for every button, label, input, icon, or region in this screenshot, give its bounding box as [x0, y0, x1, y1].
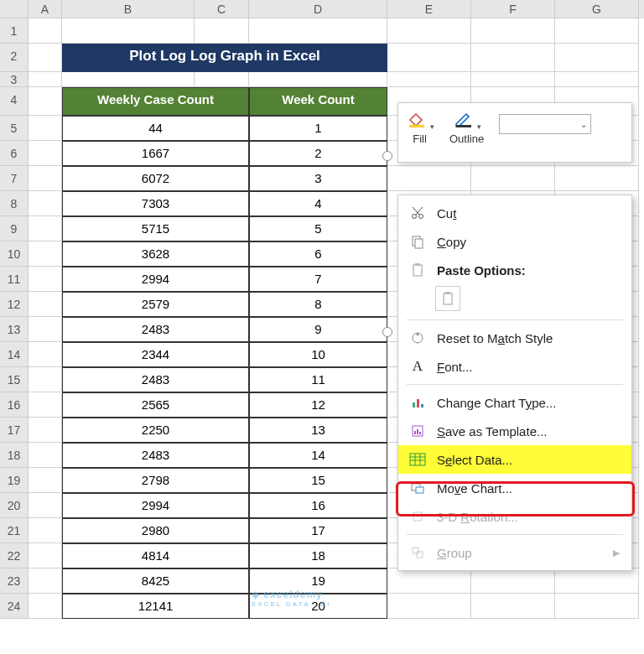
data-cell[interactable]: 2483 — [62, 367, 249, 392]
row-header[interactable]: 1 — [0, 18, 29, 44]
data-cell[interactable]: 2798 — [62, 468, 249, 493]
svg-rect-15 — [414, 431, 416, 434]
context-menu: Cut Copy Paste Options: Reset to Match S… — [397, 195, 632, 571]
row-header[interactable]: 10 — [0, 241, 29, 267]
chart-handle[interactable] — [382, 327, 392, 337]
col-B[interactable]: B — [62, 0, 195, 18]
data-cell[interactable]: 2994 — [62, 493, 249, 518]
data-cell[interactable]: 7 — [249, 267, 387, 292]
menu-font[interactable]: A Font... — [398, 352, 631, 381]
row-header[interactable]: 6 — [0, 141, 29, 166]
menu-3d-rotation: 3-D Rotation... — [398, 502, 631, 531]
style-combo[interactable]: ⌄ — [499, 114, 591, 134]
paste-option[interactable] — [435, 286, 460, 311]
data-cell[interactable]: 2483 — [62, 317, 249, 342]
data-cell[interactable]: 15 — [249, 468, 387, 493]
row-header[interactable]: 19 — [0, 468, 29, 493]
col-F[interactable]: F — [471, 0, 555, 18]
row-header[interactable]: 15 — [0, 367, 29, 392]
menu-select-data[interactable]: Select Data... — [398, 445, 631, 474]
data-cell[interactable]: 2344 — [62, 342, 249, 367]
fill-button[interactable]: ▾ Fill — [405, 107, 434, 145]
data-cell[interactable]: 5715 — [62, 216, 249, 241]
data-cell[interactable]: 5 — [249, 216, 387, 241]
data-cell[interactable]: 8 — [249, 292, 387, 317]
svg-rect-7 — [415, 263, 420, 266]
row-header[interactable]: 11 — [0, 267, 29, 292]
data-cell[interactable]: 3628 — [62, 241, 249, 267]
row-header[interactable]: 3 — [0, 72, 29, 87]
col-A[interactable]: A — [29, 0, 62, 18]
chart-handle[interactable] — [382, 151, 392, 161]
data-cell[interactable]: 3 — [249, 166, 387, 191]
menu-save-template[interactable]: Save as Template... — [398, 417, 631, 445]
row-header[interactable]: 14 — [0, 342, 29, 367]
row-header[interactable]: 21 — [0, 518, 29, 543]
row-header[interactable]: 8 — [0, 191, 29, 216]
data-cell[interactable]: 1667 — [62, 141, 249, 166]
row-header[interactable]: 18 — [0, 443, 29, 468]
data-cell[interactable]: 18 — [249, 543, 387, 568]
data-cell[interactable]: 6 — [249, 241, 387, 267]
header-week[interactable]: Week Count — [249, 87, 387, 116]
data-cell[interactable]: 8425 — [62, 568, 249, 594]
menu-separator — [407, 534, 623, 535]
menu-change-chart-type[interactable]: Change Chart Type... — [398, 388, 631, 417]
outline-button[interactable]: ▾ Outline — [449, 107, 484, 145]
data-cell[interactable]: 19 — [249, 568, 387, 594]
menu-separator — [407, 384, 623, 385]
data-cell[interactable]: 9 — [249, 317, 387, 342]
data-cell[interactable]: 14 — [249, 443, 387, 468]
row-header[interactable]: 12 — [0, 292, 29, 317]
data-cell[interactable]: 2994 — [62, 267, 249, 292]
data-cell[interactable]: 13 — [249, 418, 387, 443]
data-cell[interactable]: 4 — [249, 191, 387, 216]
row-header[interactable]: 9 — [0, 216, 29, 241]
data-cell[interactable]: 2250 — [62, 418, 249, 443]
data-cell[interactable]: 12 — [249, 392, 387, 418]
data-cell[interactable]: 4814 — [62, 543, 249, 568]
data-cell[interactable]: 17 — [249, 518, 387, 543]
data-cell[interactable]: 12141 — [62, 594, 249, 619]
col-E[interactable]: E — [387, 0, 471, 18]
row-header[interactable]: 2 — [0, 44, 29, 72]
row-header[interactable]: 22 — [0, 543, 29, 568]
row-header[interactable]: 23 — [0, 568, 29, 594]
col-D[interactable]: D — [249, 0, 387, 18]
data-cell[interactable]: 2565 — [62, 392, 249, 418]
data-cell[interactable]: 10 — [249, 342, 387, 367]
data-cell[interactable]: 16 — [249, 493, 387, 518]
data-cell[interactable]: 6072 — [62, 166, 249, 191]
menu-group: Group ▶ — [398, 538, 631, 567]
data-cell[interactable]: 44 — [62, 116, 249, 141]
data-cell[interactable]: 2 — [249, 141, 387, 166]
select-all-corner[interactable] — [0, 0, 29, 18]
col-C[interactable]: C — [195, 0, 249, 18]
menu-copy[interactable]: Copy — [398, 227, 631, 256]
col-G[interactable]: G — [555, 0, 639, 18]
row-header[interactable]: 20 — [0, 493, 29, 518]
row-header[interactable]: 24 — [0, 594, 29, 619]
menu-cut[interactable]: Cut — [398, 199, 631, 227]
data-cell[interactable]: 7303 — [62, 191, 249, 216]
row-header[interactable]: 5 — [0, 116, 29, 141]
svg-rect-26 — [417, 552, 423, 558]
row-header[interactable]: 13 — [0, 317, 29, 342]
data-cell[interactable]: 11 — [249, 367, 387, 392]
menu-move-chart[interactable]: Move Chart... — [398, 474, 631, 502]
svg-rect-1 — [456, 125, 471, 127]
row-header[interactable]: 17 — [0, 418, 29, 443]
data-cell[interactable]: 20 — [249, 594, 387, 619]
row-header[interactable]: 4 — [0, 87, 29, 116]
row-header[interactable]: 7 — [0, 166, 29, 191]
data-cell[interactable]: 2980 — [62, 518, 249, 543]
row-header[interactable]: 16 — [0, 392, 29, 418]
header-weekly[interactable]: Weekly Case Count — [62, 87, 249, 116]
template-icon — [408, 422, 427, 440]
pen-icon — [452, 107, 475, 131]
data-cell[interactable]: 2483 — [62, 443, 249, 468]
title-cell[interactable]: Plot Log Log Graph in Excel — [62, 44, 387, 72]
menu-reset-match-style[interactable]: Reset to Match Style — [398, 324, 631, 352]
data-cell[interactable]: 2579 — [62, 292, 249, 317]
data-cell[interactable]: 1 — [249, 116, 387, 141]
